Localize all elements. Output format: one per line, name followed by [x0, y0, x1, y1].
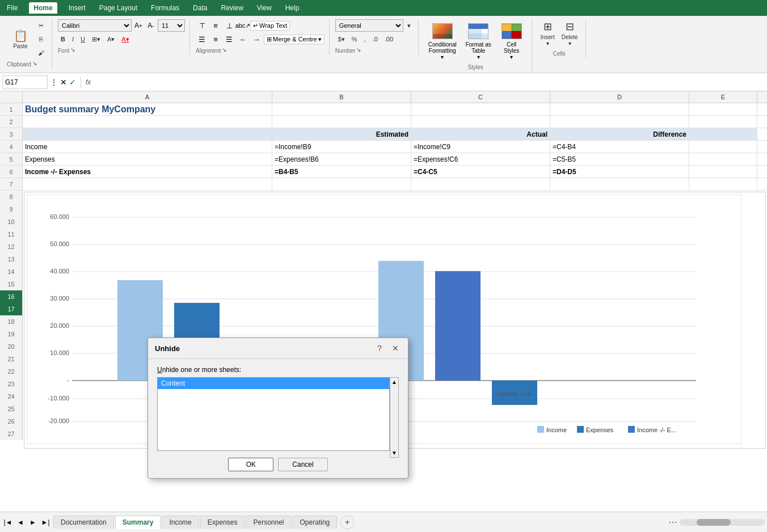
dialog-scroll-up[interactable]: ▲ [391, 379, 397, 385]
cell-b5[interactable]: =Expenses!B6 [272, 153, 411, 165]
cell-d6[interactable]: =D4-D5 [550, 166, 689, 178]
cell-c2[interactable] [411, 116, 550, 128]
tab-summary[interactable]: Summary [115, 516, 161, 529]
tab-nav-last[interactable]: ►| [40, 517, 51, 528]
dialog-close-button[interactable]: ✕ [390, 343, 401, 354]
cell-c6[interactable]: =C4-C5 [411, 166, 550, 178]
copy-button[interactable]: ⎘ [35, 33, 47, 45]
cell-b2[interactable] [272, 116, 411, 128]
cell-reference-box[interactable]: G17 [2, 75, 48, 89]
formula-cancel-button[interactable]: ✕ [60, 78, 67, 87]
tab-nav-prev[interactable]: ◄ [15, 517, 26, 528]
cell-a2[interactable] [23, 116, 272, 128]
cell-d3[interactable]: Difference [550, 128, 689, 140]
merge-centre-dropdown-icon[interactable]: ▾ [318, 36, 322, 43]
cell-a1[interactable]: Budget summary MyCompany [23, 103, 272, 115]
borders-button[interactable]: ⊞▾ [89, 33, 103, 45]
fill-color-button[interactable]: A▾ [104, 33, 117, 45]
align-top-button[interactable]: ⊤ [196, 19, 208, 32]
menu-item-help[interactable]: Help [283, 3, 302, 13]
font-color-button[interactable]: A▾ [119, 33, 132, 45]
cell-styles-dropdown[interactable]: ▾ [510, 54, 513, 60]
decimal-inc-button[interactable]: .0 [370, 33, 381, 45]
align-middle-button[interactable]: ≡ [209, 19, 222, 32]
decrease-font-button[interactable]: A- [145, 20, 157, 31]
accounting-button[interactable]: $▾ [335, 33, 348, 45]
orientation-button[interactable]: abc↗ [237, 19, 249, 32]
number-expand-btn[interactable]: ▾ [404, 19, 414, 32]
dialog-scrollbar[interactable]: ▲ ▼ [390, 377, 399, 458]
tab-personnel[interactable]: Personnel [246, 516, 291, 529]
cell-b7[interactable] [272, 178, 411, 190]
percent-button[interactable]: % [349, 33, 360, 45]
cell-e6[interactable] [689, 166, 757, 178]
underline-button[interactable]: U [78, 33, 88, 45]
align-bottom-button[interactable]: ⊥ [223, 19, 235, 32]
col-header-b[interactable]: B [272, 91, 411, 103]
font-family-select[interactable]: Calibri [58, 19, 132, 32]
cell-b1[interactable] [272, 103, 411, 115]
delete-dropdown[interactable]: ▾ [568, 40, 571, 47]
cell-a3[interactable] [23, 128, 272, 140]
cell-b3[interactable]: Estimated [272, 128, 411, 140]
conditional-formatting-dropdown[interactable]: ▾ [441, 54, 444, 60]
clipboard-expand-icon[interactable]: ↘ [31, 60, 38, 66]
cell-b6[interactable]: =B4-B5 [272, 166, 411, 178]
cell-c4[interactable]: =Income!C9 [411, 141, 550, 153]
cell-d2[interactable] [550, 116, 689, 128]
cell-c3[interactable]: Actual [411, 128, 550, 140]
tab-nav-next[interactable]: ► [27, 517, 39, 528]
font-expand-icon[interactable]: ↘ [69, 47, 76, 53]
align-left-button[interactable]: ☰ [196, 33, 208, 45]
tab-expenses[interactable]: Expenses [200, 516, 245, 529]
cell-e7[interactable] [689, 178, 757, 190]
number-format-select[interactable]: General [335, 19, 403, 32]
menu-item-view[interactable]: View [255, 3, 274, 13]
tab-operating[interactable]: Operating [293, 516, 338, 529]
col-header-a[interactable]: A [23, 91, 272, 103]
formula-input[interactable] [93, 77, 765, 87]
format-as-table-dropdown[interactable]: ▾ [477, 54, 480, 60]
sheet-list[interactable]: Content [157, 377, 390, 451]
cell-b4[interactable]: =Income!B9 [272, 141, 411, 153]
cell-e1[interactable] [689, 103, 757, 115]
menu-item-formulas[interactable]: Formulas [149, 3, 182, 13]
formula-confirm-button[interactable]: ✓ [69, 78, 76, 87]
conditional-formatting-button[interactable]: ConditionalFormatting ▾ [424, 19, 461, 62]
align-center-button[interactable]: ≡ [209, 33, 222, 45]
cell-d1[interactable] [550, 103, 689, 115]
format-as-table-button[interactable]: Format asTable ▾ [462, 19, 495, 62]
insert-dropdown[interactable]: ▾ [546, 40, 549, 47]
cell-a6[interactable]: Income -/- Expenses [23, 166, 272, 178]
delete-button[interactable]: ⊟ Delete ▾ [559, 19, 581, 48]
indent-inc-button[interactable]: → [250, 33, 263, 45]
alignment-expand-icon[interactable]: ↘ [221, 47, 227, 53]
add-sheet-button[interactable]: + [340, 516, 354, 529]
italic-button[interactable]: I [69, 33, 77, 45]
insert-button[interactable]: ⊞ Insert ▾ [538, 19, 558, 48]
cell-c5[interactable]: =Expenses!C6 [411, 153, 550, 165]
paste-button[interactable]: 📋 Paste [7, 27, 34, 51]
decimal-dec-button[interactable]: .00 [382, 33, 396, 45]
format-painter-button[interactable]: 🖌 [35, 47, 47, 59]
cell-d7[interactable] [550, 178, 689, 190]
menu-item-page-layout[interactable]: Page Layout [97, 3, 140, 13]
horizontal-scrollbar-thumb[interactable] [697, 519, 731, 526]
cell-e5[interactable] [689, 153, 757, 165]
tab-income[interactable]: Income [162, 516, 199, 529]
cell-a4[interactable]: Income [23, 141, 272, 153]
wrap-text-button[interactable]: ↵ Wrap Text [250, 21, 290, 31]
cell-e2[interactable] [689, 116, 757, 128]
dialog-help-button[interactable]: ? [374, 343, 385, 354]
dialog-scroll-down[interactable]: ▼ [391, 450, 397, 456]
cut-button[interactable]: ✂ [35, 19, 47, 32]
cell-d4[interactable]: =C4-B4 [550, 141, 689, 153]
horizontal-scrollbar-track[interactable] [680, 519, 765, 526]
cell-styles-button[interactable]: CellStyles ▾ [496, 19, 527, 62]
merge-centre-button[interactable]: ⊞ Merge & Centre ▾ [264, 35, 324, 44]
col-header-e[interactable]: E [689, 91, 757, 103]
increase-font-button[interactable]: A+ [133, 20, 144, 31]
tab-documentation[interactable]: Documentation [53, 516, 114, 529]
cell-d5[interactable]: =C5-B5 [550, 153, 689, 165]
menu-item-home[interactable]: Home [29, 2, 57, 14]
